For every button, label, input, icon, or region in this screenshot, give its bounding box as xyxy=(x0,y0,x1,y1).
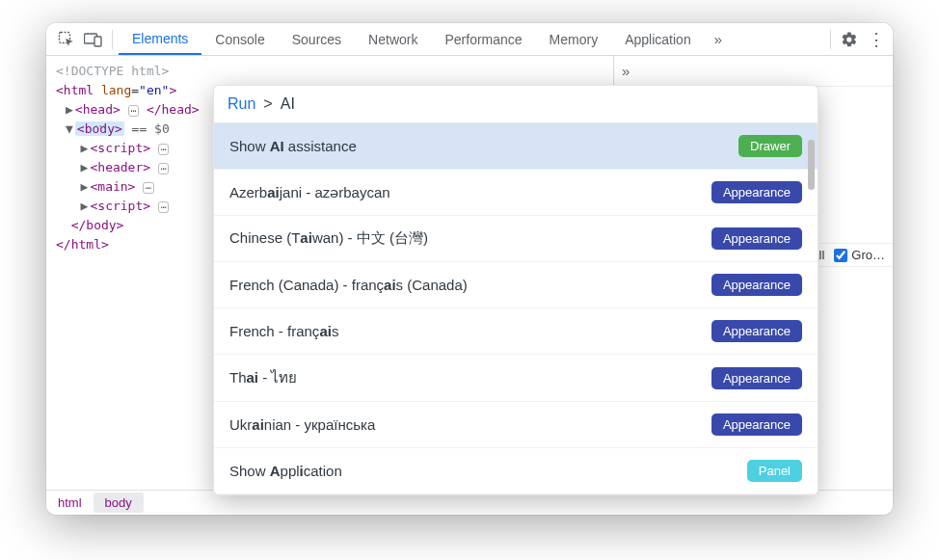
more-tabs-icon[interactable]: » xyxy=(707,31,730,47)
tab-elements[interactable]: Elements xyxy=(119,23,201,55)
panel-tabs: ElementsConsoleSourcesNetworkPerformance… xyxy=(119,23,705,55)
run-label: Run xyxy=(228,95,255,113)
more-tabs-icon[interactable]: » xyxy=(622,63,630,79)
command-palette-item[interactable]: French (Canada) - français (Canada)Appea… xyxy=(214,262,818,308)
tab-memory[interactable]: Memory xyxy=(536,23,612,55)
tab-console[interactable]: Console xyxy=(201,23,278,55)
crumb-html[interactable]: html xyxy=(46,493,94,513)
command-palette-item[interactable]: Show AI assistanceDrawer xyxy=(214,123,818,170)
command-palette-item-label: Show AI assistance xyxy=(229,138,357,154)
command-palette-item[interactable]: Ukrainian - українськаAppearance xyxy=(214,402,818,448)
command-palette-item-badge: Appearance xyxy=(711,274,802,296)
command-palette-item-badge: Appearance xyxy=(711,181,802,203)
device-toolbar-icon[interactable] xyxy=(81,27,106,52)
command-palette-item-badge: Drawer xyxy=(738,135,802,157)
command-palette-item-badge: Appearance xyxy=(711,367,802,389)
svg-rect-2 xyxy=(94,37,101,46)
scrollbar-thumb[interactable] xyxy=(808,140,815,190)
query-prefix: > xyxy=(263,95,272,113)
command-palette-input[interactable] xyxy=(281,95,804,113)
kebab-menu-icon[interactable]: ⋮ xyxy=(864,27,889,52)
command-palette-input-row: Run > xyxy=(214,86,818,122)
command-palette-item-label: Thai - ไทย xyxy=(229,366,297,389)
command-palette-item[interactable]: Chinese (Taiwan) - 中文 (台灣)Appearance xyxy=(214,216,818,262)
command-palette-item[interactable]: Azerbaijani - azərbaycanAppearance xyxy=(214,170,818,216)
divider xyxy=(112,30,113,49)
tab-sources[interactable]: Sources xyxy=(279,23,355,55)
command-palette-item-badge: Appearance xyxy=(711,413,802,436)
group-checkbox[interactable]: Gro… xyxy=(834,248,885,262)
command-palette-item[interactable]: Thai - ไทยAppearance xyxy=(214,355,818,402)
command-palette-item-label: Azerbaijani - azərbaycan xyxy=(229,184,390,201)
command-palette-item-label: Show Application xyxy=(229,463,342,479)
tabstrip: ElementsConsoleSourcesNetworkPerformance… xyxy=(46,23,893,56)
command-palette-results: Show AI assistanceDrawerAzerbaijani - az… xyxy=(214,122,818,494)
tab-network[interactable]: Network xyxy=(355,23,431,55)
dom-doctype: <!DOCTYPE html> xyxy=(56,64,169,78)
inspect-element-icon[interactable] xyxy=(54,27,79,52)
command-palette: Run > Show AI assistanceDrawerAzerbaijan… xyxy=(213,85,818,495)
settings-gear-icon[interactable] xyxy=(837,27,862,52)
tab-performance[interactable]: Performance xyxy=(431,23,535,55)
command-palette-item-label: French (Canada) - français (Canada) xyxy=(229,277,468,293)
gutter-menu-icon[interactable]: ⋯ xyxy=(94,120,108,133)
command-palette-item[interactable]: French - françaisAppearance xyxy=(214,308,818,355)
divider xyxy=(830,30,831,49)
sidebar-tabs[interactable]: » xyxy=(614,56,893,87)
command-palette-item[interactable]: Show ApplicationPanel xyxy=(214,448,818,494)
devtools-window: ElementsConsoleSourcesNetworkPerformance… xyxy=(46,23,893,515)
crumb-body[interactable]: body xyxy=(94,493,144,513)
command-palette-item-badge: Panel xyxy=(747,460,802,482)
command-palette-item-label: Ukrainian - українська xyxy=(229,416,375,433)
command-palette-item-label: Chinese (Taiwan) - 中文 (台灣) xyxy=(229,229,428,248)
command-palette-item-badge: Appearance xyxy=(711,320,802,342)
command-palette-item-badge: Appearance xyxy=(711,227,802,250)
command-palette-item-label: French - français xyxy=(229,323,338,339)
tab-application[interactable]: Application xyxy=(611,23,705,55)
